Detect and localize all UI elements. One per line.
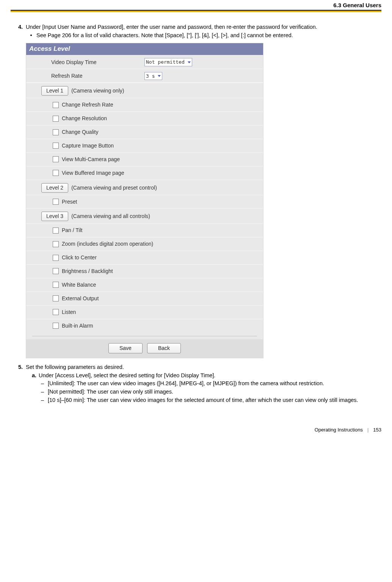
checkbox[interactable]: [53, 129, 59, 135]
video-display-time-label: Video Display Time: [51, 59, 144, 66]
substep-a-text: Under [Access Level], select the desired…: [39, 372, 215, 380]
checkbox[interactable]: [53, 282, 59, 288]
check-label: View Buffered Image page: [62, 169, 124, 177]
footer-separator: |: [367, 427, 368, 433]
bullet-mark: •: [26, 32, 36, 39]
check-label: Brightness / Backlight: [62, 268, 113, 275]
dash-item: [10 s]–[60 min]: The user can view video…: [48, 397, 358, 404]
step-4-bullet: See Page 206 for a list of valid charact…: [36, 32, 293, 39]
level-2-button[interactable]: Level 2: [41, 183, 68, 193]
checkbox[interactable]: [53, 241, 59, 247]
level-3-note: (Camera viewing and all controls): [71, 213, 150, 220]
level-2-note: (Camera viewing and preset control): [71, 184, 157, 191]
footer-page-number: 153: [373, 427, 381, 433]
dash-mark: –: [37, 397, 48, 404]
check-label: Change Refresh Rate: [62, 101, 113, 108]
chevron-down-icon: [188, 61, 191, 63]
checkbox[interactable]: [53, 309, 59, 315]
checkbox[interactable]: [53, 227, 59, 234]
check-label: White Balance: [62, 281, 96, 289]
step-number-5: 5.: [11, 364, 26, 371]
refresh-rate-select[interactable]: 3 s: [144, 72, 162, 80]
checkbox[interactable]: [53, 268, 59, 274]
checkbox[interactable]: [53, 143, 59, 149]
panel-divider: [32, 336, 257, 336]
check-label: View Multi-Camera page: [62, 156, 120, 163]
check-label: Zoom (includes digital zoom operation): [62, 240, 153, 248]
dash-item: [Not permitted]: The user can view only …: [48, 388, 173, 396]
divider-gold: [11, 11, 381, 12]
checkbox[interactable]: [53, 255, 59, 261]
panel-title: Access Level: [26, 43, 263, 55]
checkbox[interactable]: [53, 102, 59, 108]
refresh-rate-label: Refresh Rate: [51, 72, 144, 80]
check-label: Listen: [62, 309, 76, 316]
check-label: Click to Center: [62, 254, 97, 261]
step-4-text: Under [Input User Name and Password], en…: [26, 24, 381, 31]
checkbox[interactable]: [53, 170, 59, 176]
access-level-panel: Access Level Video Display Time Not perm…: [26, 43, 263, 358]
substep-letter-a: a.: [26, 372, 39, 380]
level-3-button[interactable]: Level 3: [41, 212, 68, 221]
step-5-text: Set the following parameters as desired.: [26, 364, 381, 371]
check-label: Built-in Alarm: [62, 322, 93, 329]
checkbox[interactable]: [53, 156, 59, 162]
level-1-note: (Camera viewing only): [71, 87, 124, 94]
video-display-time-select[interactable]: Not permitted: [144, 58, 192, 66]
check-label: Capture Image Button: [62, 142, 114, 149]
back-button[interactable]: Back: [147, 343, 181, 353]
level-1-button[interactable]: Level 1: [41, 86, 68, 96]
video-display-time-value: Not permitted: [146, 59, 185, 66]
refresh-rate-value: 3 s: [146, 73, 155, 80]
save-button[interactable]: Save: [108, 343, 143, 353]
checkbox[interactable]: [53, 199, 59, 205]
check-label: Change Quality: [62, 129, 99, 136]
check-label: Pan / Tilt: [62, 227, 82, 234]
chevron-down-icon: [158, 75, 161, 77]
step-number-4: 4.: [11, 24, 26, 31]
checkbox[interactable]: [53, 116, 59, 122]
check-label: Change Resolution: [62, 115, 107, 122]
dash-item: [Unlimited]: The user can view video ima…: [48, 380, 324, 387]
dash-mark: –: [37, 380, 48, 387]
section-header: 6.3 General Users: [11, 0, 381, 10]
dash-mark: –: [37, 388, 48, 396]
footer-doc-title: Operating Instructions: [315, 427, 363, 433]
check-label: Preset: [62, 198, 77, 206]
check-label: External Output: [62, 295, 99, 302]
checkbox[interactable]: [53, 295, 59, 301]
checkbox[interactable]: [53, 323, 59, 329]
